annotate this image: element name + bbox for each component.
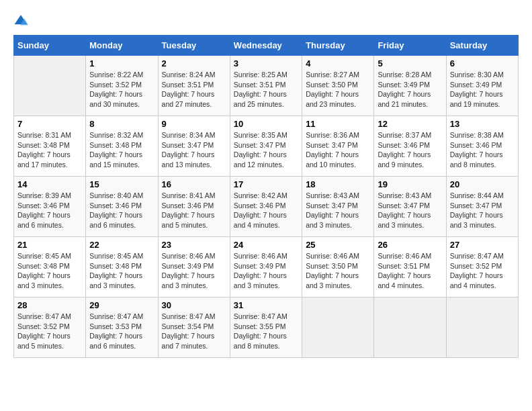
day-number: 6 [450,58,515,68]
calendar-cell: 8Sunrise: 8:32 AMSunset: 3:48 PMDaylight… [86,116,158,177]
calendar-cell [446,298,518,358]
day-number: 14 [17,179,82,189]
calendar-cell: 10Sunrise: 8:35 AMSunset: 3:47 PMDayligh… [230,116,302,177]
day-info: Sunrise: 8:24 AMSunset: 3:51 PMDaylight:… [162,70,226,109]
day-number: 19 [378,179,442,189]
day-info: Sunrise: 8:27 AMSunset: 3:50 PMDaylight:… [306,70,370,109]
day-info: Sunrise: 8:41 AMSunset: 3:46 PMDaylight:… [162,191,226,230]
day-info: Sunrise: 8:31 AMSunset: 3:48 PMDaylight:… [17,130,82,170]
week-row-5: 28Sunrise: 8:47 AMSunset: 3:52 PMDayligh… [14,298,519,358]
day-info: Sunrise: 8:47 AMSunset: 3:52 PMDaylight:… [17,312,82,351]
day-number: 25 [306,240,370,250]
calendar-cell: 9Sunrise: 8:34 AMSunset: 3:47 PMDaylight… [158,116,230,177]
calendar-cell: 30Sunrise: 8:47 AMSunset: 3:54 PMDayligh… [158,298,230,358]
day-info: Sunrise: 8:32 AMSunset: 3:48 PMDaylight:… [89,130,154,170]
logo-icon [13,13,28,28]
calendar-cell: 6Sunrise: 8:30 AMSunset: 3:49 PMDaylight… [446,56,518,116]
day-info: Sunrise: 8:44 AMSunset: 3:47 PMDaylight:… [450,191,515,230]
day-info: Sunrise: 8:43 AMSunset: 3:47 PMDaylight:… [378,191,442,230]
day-info: Sunrise: 8:36 AMSunset: 3:47 PMDaylight:… [306,130,370,170]
calendar-cell [374,298,446,358]
calendar-cell: 18Sunrise: 8:43 AMSunset: 3:47 PMDayligh… [302,177,374,237]
calendar-cell: 12Sunrise: 8:37 AMSunset: 3:46 PMDayligh… [374,116,446,177]
calendar-cell: 5Sunrise: 8:28 AMSunset: 3:49 PMDaylight… [374,56,446,116]
header-day-thursday: Thursday [302,36,374,56]
day-info: Sunrise: 8:47 AMSunset: 3:54 PMDaylight:… [162,312,226,351]
day-info: Sunrise: 8:35 AMSunset: 3:47 PMDaylight:… [234,130,298,170]
day-number: 27 [450,240,515,250]
day-number: 22 [89,240,154,250]
day-info: Sunrise: 8:28 AMSunset: 3:49 PMDaylight:… [378,70,442,109]
day-info: Sunrise: 8:40 AMSunset: 3:46 PMDaylight:… [89,191,154,230]
header-day-friday: Friday [374,36,446,56]
day-info: Sunrise: 8:46 AMSunset: 3:51 PMDaylight:… [378,251,442,291]
calendar-cell [14,56,86,116]
calendar-cell: 26Sunrise: 8:46 AMSunset: 3:51 PMDayligh… [374,237,446,298]
day-number: 4 [306,58,370,68]
day-number: 3 [234,58,298,68]
day-info: Sunrise: 8:30 AMSunset: 3:49 PMDaylight:… [450,70,515,109]
calendar-cell: 25Sunrise: 8:46 AMSunset: 3:50 PMDayligh… [302,237,374,298]
calendar-cell: 19Sunrise: 8:43 AMSunset: 3:47 PMDayligh… [374,177,446,237]
day-number: 23 [162,240,226,250]
day-number: 12 [378,119,442,129]
day-info: Sunrise: 8:46 AMSunset: 3:50 PMDaylight:… [306,251,370,291]
day-number: 2 [162,58,226,68]
calendar-cell: 11Sunrise: 8:36 AMSunset: 3:47 PMDayligh… [302,116,374,177]
day-info: Sunrise: 8:39 AMSunset: 3:46 PMDaylight:… [17,191,82,230]
calendar-cell: 14Sunrise: 8:39 AMSunset: 3:46 PMDayligh… [14,177,86,237]
calendar-cell: 16Sunrise: 8:41 AMSunset: 3:46 PMDayligh… [158,177,230,237]
day-info: Sunrise: 8:25 AMSunset: 3:51 PMDaylight:… [234,70,298,109]
day-number: 30 [162,300,226,310]
header-row: SundayMondayTuesdayWednesdayThursdayFrid… [14,36,519,56]
calendar-cell: 13Sunrise: 8:38 AMSunset: 3:46 PMDayligh… [446,116,518,177]
calendar-cell: 31Sunrise: 8:47 AMSunset: 3:55 PMDayligh… [230,298,302,358]
day-number: 5 [378,58,442,68]
day-number: 24 [234,240,298,250]
day-number: 15 [89,179,154,189]
header-day-monday: Monday [86,36,158,56]
day-number: 13 [450,119,515,129]
calendar-cell: 4Sunrise: 8:27 AMSunset: 3:50 PMDaylight… [302,56,374,116]
week-row-4: 21Sunrise: 8:45 AMSunset: 3:48 PMDayligh… [14,237,519,298]
header-day-tuesday: Tuesday [158,36,230,56]
calendar-cell: 1Sunrise: 8:22 AMSunset: 3:52 PMDaylight… [86,56,158,116]
day-info: Sunrise: 8:38 AMSunset: 3:46 PMDaylight:… [450,130,515,170]
calendar-cell: 3Sunrise: 8:25 AMSunset: 3:51 PMDaylight… [230,56,302,116]
day-number: 11 [306,119,370,129]
day-info: Sunrise: 8:22 AMSunset: 3:52 PMDaylight:… [89,70,154,109]
calendar-header: SundayMondayTuesdayWednesdayThursdayFrid… [14,36,519,56]
calendar-cell: 17Sunrise: 8:42 AMSunset: 3:46 PMDayligh… [230,177,302,237]
day-number: 8 [89,119,154,129]
day-number: 7 [17,119,82,129]
calendar-cell: 21Sunrise: 8:45 AMSunset: 3:48 PMDayligh… [14,237,86,298]
day-number: 31 [234,300,298,310]
calendar-cell: 22Sunrise: 8:45 AMSunset: 3:48 PMDayligh… [86,237,158,298]
day-info: Sunrise: 8:46 AMSunset: 3:49 PMDaylight:… [162,251,226,291]
week-row-1: 1Sunrise: 8:22 AMSunset: 3:52 PMDaylight… [14,56,519,116]
calendar-cell: 2Sunrise: 8:24 AMSunset: 3:51 PMDaylight… [158,56,230,116]
day-number: 18 [306,179,370,189]
day-info: Sunrise: 8:37 AMSunset: 3:46 PMDaylight:… [378,130,442,170]
day-info: Sunrise: 8:45 AMSunset: 3:48 PMDaylight:… [89,251,154,291]
calendar-cell: 29Sunrise: 8:47 AMSunset: 3:53 PMDayligh… [86,298,158,358]
calendar-table: SundayMondayTuesdayWednesdayThursdayFrid… [13,35,519,358]
week-row-3: 14Sunrise: 8:39 AMSunset: 3:46 PMDayligh… [14,177,519,237]
day-number: 17 [234,179,298,189]
day-number: 26 [378,240,442,250]
calendar-cell [302,298,374,358]
calendar-cell: 28Sunrise: 8:47 AMSunset: 3:52 PMDayligh… [14,298,86,358]
calendar-cell: 15Sunrise: 8:40 AMSunset: 3:46 PMDayligh… [86,177,158,237]
day-info: Sunrise: 8:47 AMSunset: 3:52 PMDaylight:… [450,251,515,291]
calendar-cell: 23Sunrise: 8:46 AMSunset: 3:49 PMDayligh… [158,237,230,298]
calendar-cell: 27Sunrise: 8:47 AMSunset: 3:52 PMDayligh… [446,237,518,298]
day-number: 1 [89,58,154,68]
day-info: Sunrise: 8:34 AMSunset: 3:47 PMDaylight:… [162,130,226,170]
logo [13,13,31,28]
day-number: 16 [162,179,226,189]
day-number: 10 [234,119,298,129]
header-day-saturday: Saturday [446,36,518,56]
day-info: Sunrise: 8:42 AMSunset: 3:46 PMDaylight:… [234,191,298,230]
day-number: 9 [162,119,226,129]
day-number: 28 [17,300,82,310]
